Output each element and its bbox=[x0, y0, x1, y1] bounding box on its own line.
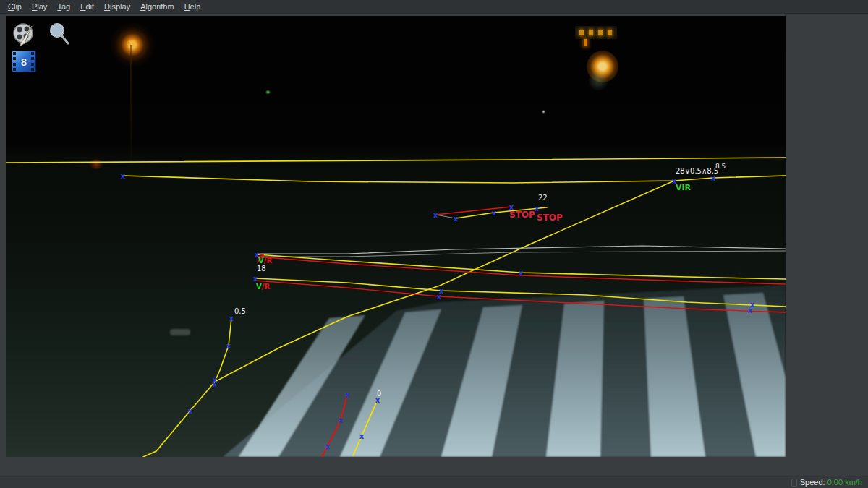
menu-help[interactable]: Help bbox=[179, 1, 206, 12]
bottom-yellow[interactable] bbox=[353, 400, 378, 455]
keyframe-indicator-icon: 8 bbox=[12, 51, 36, 72]
control-point-marker[interactable]: x bbox=[519, 269, 524, 277]
video-canvas[interactable]: xxxxxxxxxxxxxxxxxxxxxxxxx28∨0.5∧8.58.5VI… bbox=[6, 16, 786, 457]
laneB-red[interactable] bbox=[255, 281, 786, 312]
stop-label-1: STOP bbox=[509, 210, 535, 220]
zoom-tool-icon[interactable] bbox=[46, 22, 72, 51]
vir-label: VIR bbox=[676, 183, 692, 192]
measure-sup: 8.5 bbox=[715, 163, 726, 170]
control-point-marker[interactable]: x bbox=[748, 307, 753, 314]
control-point-marker[interactable]: x bbox=[339, 416, 344, 424]
count-22: 22 bbox=[538, 194, 548, 202]
control-point-marker[interactable]: x bbox=[213, 380, 218, 388]
trajectory-branch[interactable] bbox=[143, 382, 215, 457]
trajectory-diagonal[interactable] bbox=[215, 181, 674, 382]
dist-0-5: 0.5 bbox=[234, 307, 246, 315]
menu-play[interactable]: Play bbox=[27, 1, 52, 12]
stop-line-top[interactable] bbox=[6, 158, 786, 163]
control-point-marker[interactable]: x bbox=[188, 407, 193, 415]
control-point-marker[interactable]: x bbox=[433, 211, 438, 219]
count-0: 0 bbox=[377, 390, 381, 398]
control-point-marker[interactable]: x bbox=[359, 432, 365, 440]
vr-label-1: V/R bbox=[258, 257, 272, 265]
vr-label-2: V/R bbox=[256, 283, 270, 291]
control-point-marker[interactable]: x bbox=[229, 314, 234, 322]
status-bar: Speed: 0.00 km/h bbox=[0, 476, 868, 488]
speed-value: 0.00 km/h bbox=[827, 478, 862, 487]
control-point-marker[interactable]: x bbox=[711, 174, 716, 182]
transport-toolbar: 408 ◀ ▶ 539 Color ▲▼ ✓ rgb bbox=[0, 457, 868, 476]
annotation-layer: xxxxxxxxxxxxxxxxxxxxxxxxx28∨0.5∧8.58.5VI… bbox=[6, 16, 786, 457]
stop-label-2: STOP bbox=[537, 213, 563, 223]
count-18: 18 bbox=[257, 265, 266, 273]
curve-segment[interactable] bbox=[215, 318, 231, 382]
control-point-marker[interactable]: x bbox=[492, 209, 497, 217]
control-point-marker[interactable]: x bbox=[345, 391, 350, 399]
control-point-marker[interactable]: x bbox=[226, 342, 231, 350]
control-point-marker[interactable]: x bbox=[253, 275, 258, 283]
menu-bar: ClipPlayTagEditDisplayAlgorithmHelp bbox=[0, 0, 868, 14]
keyframe-number: 8 bbox=[21, 56, 27, 68]
laneB-yellow[interactable] bbox=[255, 278, 786, 307]
measure-label: 28∨0.5∧8.5 bbox=[676, 167, 718, 175]
menu-tag[interactable]: Tag bbox=[52, 1, 75, 12]
control-point-marker[interactable]: x bbox=[121, 172, 126, 180]
stopbar-red[interactable] bbox=[435, 207, 511, 215]
control-point-marker[interactable]: x bbox=[454, 215, 459, 223]
menu-clip[interactable]: Clip bbox=[3, 1, 27, 12]
paint-tool-icon[interactable] bbox=[10, 20, 41, 49]
lane-line-long[interactable] bbox=[123, 176, 786, 183]
menu-edit[interactable]: Edit bbox=[75, 1, 99, 12]
control-point-marker[interactable]: x bbox=[326, 442, 331, 450]
menu-display[interactable]: Display bbox=[99, 1, 135, 12]
menu-algorithm[interactable]: Algorithm bbox=[135, 1, 179, 12]
speed-label: Speed: bbox=[800, 478, 825, 487]
statusbar-grip bbox=[791, 479, 797, 487]
control-point-marker[interactable]: x bbox=[437, 293, 442, 301]
